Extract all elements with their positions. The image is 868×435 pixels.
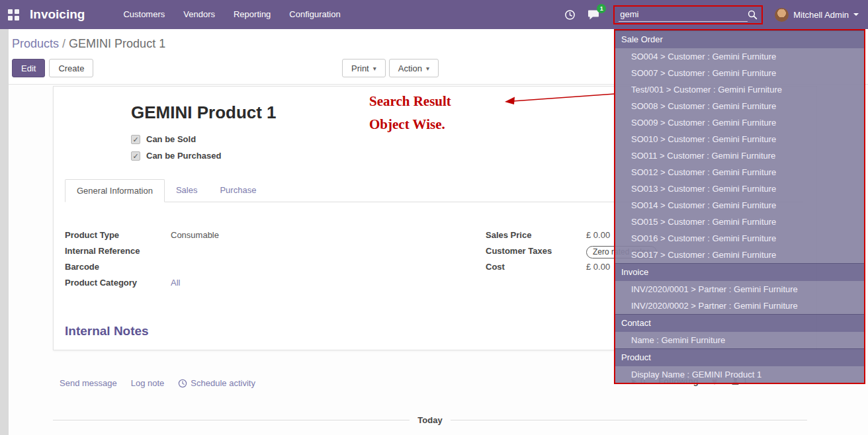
field-row: Internal Reference [65, 246, 434, 261]
action-label: Action [398, 63, 422, 73]
field-label: Internal Reference [65, 246, 171, 256]
checkbox[interactable]: ✓ [131, 151, 140, 161]
left-gutter [0, 29, 9, 435]
search-result-item[interactable]: SO007 > Customer : Gemini Furniture [615, 65, 864, 81]
search-result-item[interactable]: Name : Gemini Furniture [615, 332, 864, 348]
search-group-product: Product [615, 348, 864, 366]
caret-down-icon: ▾ [373, 65, 376, 72]
field-value: £ 0.00 [586, 230, 610, 240]
field-label: Product Category [65, 278, 171, 288]
search-result-item[interactable]: SO009 > Customer : Gemini Furniture [615, 114, 864, 131]
messages-badge: 1 [597, 4, 606, 13]
search-icon[interactable] [748, 10, 758, 20]
user-menu[interactable]: Mitchell Admin [775, 8, 859, 22]
create-button[interactable]: Create [49, 59, 93, 77]
apps-menu-icon[interactable] [8, 9, 19, 20]
search-result-item[interactable]: SO011 > Customer : Gemini Furniture [615, 147, 864, 164]
search-result-item[interactable]: Test/001 > Customer : Gemini Furniture [615, 81, 864, 98]
field-label: Cost [486, 262, 586, 272]
tab-purchase[interactable]: Purchase [208, 179, 267, 202]
field-label: Customer Taxes [486, 246, 586, 256]
action-buttons: Print ▾ Action ▾ [342, 59, 439, 77]
field-value: £ 0.00 [586, 262, 610, 272]
search-result-item[interactable]: SO017 > Customer : Gemini Furniture [615, 247, 864, 263]
nav-menu-reporting[interactable]: Reporting [224, 0, 280, 29]
navbar-search-box [613, 5, 763, 24]
divider-line [53, 420, 410, 420]
search-group-sale-order: Sale Order [615, 30, 864, 48]
search-result-item[interactable]: INV/2020/0002 > Partner : Gemini Furnitu… [615, 297, 864, 314]
user-name: Mitchell Admin [793, 10, 849, 20]
schedule-clock-icon [178, 379, 187, 388]
breadcrumb-current: GEMINI Product 1 [69, 37, 165, 50]
field-label: Sales Price [486, 230, 586, 240]
field-value: Consumable [171, 230, 219, 240]
nav-menu-configuration[interactable]: Configuration [280, 0, 349, 29]
messages-icon[interactable]: 1 [587, 9, 600, 20]
breadcrumb-products-link[interactable]: Products [12, 37, 59, 50]
search-group-invoice: Invoice [615, 263, 864, 281]
schedule-activity-label: Schedule activity [191, 378, 255, 388]
activities-clock-icon[interactable] [564, 9, 576, 20]
today-divider: Today [53, 415, 807, 425]
divider-line [451, 420, 807, 420]
action-dropdown-button[interactable]: Action ▾ [389, 59, 439, 77]
tab-sales[interactable]: Sales [165, 179, 209, 202]
chatter-toolbar: Send message Log note Schedule activity [60, 378, 255, 388]
annotation-text: Search Result Object Wise. [369, 90, 451, 136]
schedule-activity-link[interactable]: Schedule activity [178, 378, 255, 388]
chevron-down-icon [853, 13, 859, 16]
search-result-item[interactable]: SO016 > Customer : Gemini Furniture [615, 230, 864, 247]
top-navbar: Invoicing CustomersVendorsReportingConfi… [0, 0, 868, 29]
print-dropdown-button[interactable]: Print ▾ [342, 59, 386, 77]
search-result-item[interactable]: INV/2020/0001 > Partner : Gemini Furnitu… [615, 281, 864, 297]
search-result-item[interactable]: SO013 > Customer : Gemini Furniture [615, 180, 864, 197]
field-row: Barcode [65, 262, 434, 277]
search-result-item[interactable]: SO012 > Customer : Gemini Furniture [615, 164, 864, 180]
caret-down-icon: ▾ [426, 65, 429, 72]
annotation-line-2: Object Wise. [369, 113, 451, 136]
checkbox-label: Can be Purchased [146, 151, 221, 161]
search-result-item[interactable]: Display Name : GEMINI Product 1 [615, 366, 864, 383]
field-row: Product TypeConsumable [65, 230, 434, 245]
field-row: Product CategoryAll [65, 278, 434, 293]
search-results-dropdown: Sale OrderSO004 > Customer : Gemini Furn… [614, 29, 865, 384]
breadcrumb-separator: / [62, 37, 65, 50]
field-label: Product Type [65, 230, 171, 240]
nav-menu-vendors[interactable]: Vendors [174, 0, 224, 29]
search-result-item[interactable]: SO015 > Customer : Gemini Furniture [615, 214, 864, 230]
search-result-item[interactable]: SO010 > Customer : Gemini Furniture [615, 131, 864, 147]
app-name[interactable]: Invoicing [30, 7, 85, 22]
checkbox-label: Can be Sold [146, 134, 196, 144]
fields-left-column: Product TypeConsumableInternal Reference… [65, 230, 434, 294]
annotation-arrow [501, 87, 619, 109]
today-label: Today [417, 415, 442, 425]
tab-general-information[interactable]: General Information [65, 179, 165, 202]
send-message-link[interactable]: Send message [60, 378, 117, 388]
breadcrumb: Products / GEMINI Product 1 [12, 37, 165, 51]
field-label: Barcode [65, 262, 171, 272]
navbar-systray: 1 Mitchell Admin [552, 5, 859, 24]
form-buttons: Edit Create [12, 59, 93, 77]
avatar [775, 8, 789, 22]
search-input[interactable] [619, 8, 748, 22]
edit-button[interactable]: Edit [12, 59, 45, 77]
field-value[interactable]: All [171, 278, 180, 288]
log-note-link[interactable]: Log note [131, 378, 165, 388]
search-result-item[interactable]: SO008 > Customer : Gemini Furniture [615, 98, 864, 114]
search-result-item[interactable]: SO014 > Customer : Gemini Furniture [615, 197, 864, 214]
print-label: Print [351, 63, 369, 73]
search-group-contact: Contact [615, 314, 864, 332]
nav-menu-customers[interactable]: Customers [114, 0, 174, 29]
search-result-item[interactable]: SO004 > Customer : Gemini Furniture [615, 48, 864, 65]
annotation-line-1: Search Result [369, 90, 451, 113]
checkbox[interactable]: ✓ [131, 135, 140, 144]
nav-menu: CustomersVendorsReportingConfiguration [114, 0, 349, 29]
